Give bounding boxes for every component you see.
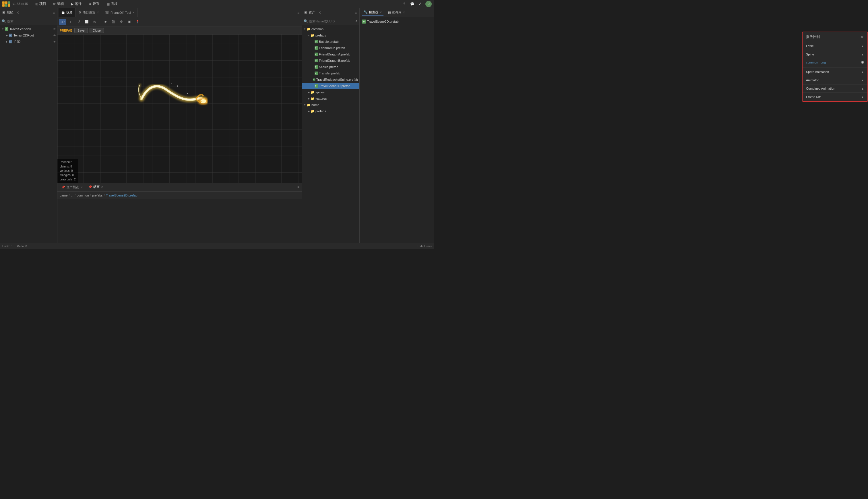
- assets-item-TravelRedpacketSpine[interactable]: P TravelRedpacketSpine.prefab: [302, 76, 359, 83]
- toolbar-2d-btn[interactable]: 2D: [59, 19, 66, 25]
- tab-menu-btn[interactable]: ≡: [296, 11, 301, 15]
- bottom-content: [58, 199, 302, 243]
- tab-assets-preview[interactable]: 📌 资产预览 ✕: [59, 183, 86, 191]
- toolbar-camera-btn[interactable]: 🎬: [110, 19, 117, 25]
- breadcrumb-file[interactable]: TravelScene2D.prefab: [106, 194, 138, 197]
- breadcrumb-ellipsis[interactable]: ...: [71, 194, 74, 197]
- svg-text:P: P: [315, 85, 317, 87]
- prefab-icon-Transfer: P: [315, 72, 318, 75]
- assets-item-FriendAmto[interactable]: P FriendAmto.prefab: [302, 45, 359, 51]
- user-avatar[interactable]: U: [425, 1, 432, 7]
- toolbar-gear-btn[interactable]: ⚙: [118, 19, 125, 25]
- hierarchy-search-bar: 🔍: [0, 17, 57, 25]
- framediff-close-btn[interactable]: ✕: [132, 11, 135, 14]
- eye-icon-Terrain2DRoot[interactable]: 👁: [53, 34, 56, 37]
- hierarchy-close-btn[interactable]: ✕: [16, 11, 19, 15]
- prefab-save-btn[interactable]: Save: [74, 28, 88, 33]
- widgets-close-btn[interactable]: ✕: [403, 11, 405, 14]
- assets-item-FriendDragonB[interactable]: P FriendDragonB.prefab: [302, 58, 359, 64]
- prefab-icon-TravelScene2D: P: [315, 84, 318, 88]
- viewport-tab-bar: 🏔 场景 ⚙ 项目设置 ✕ 🎬 FrameDiff Tool ✕ ≡: [58, 8, 302, 17]
- inspector-tab-inspector[interactable]: 🔧 检查器 ✕: [362, 10, 383, 15]
- assets-menu-btn[interactable]: ≡: [355, 11, 357, 15]
- menu-item-panel[interactable]: ▤ 面板: [105, 1, 119, 7]
- tree-item-IP2D[interactable]: ▶ N IP2D 👁: [0, 38, 57, 45]
- tree-item-TravelScene2D[interactable]: ▼ S TravelScene2D 👁: [0, 26, 57, 32]
- assets-preview-close-btn[interactable]: ✕: [80, 185, 83, 189]
- chat-icon[interactable]: 💬: [409, 1, 415, 7]
- translate-icon[interactable]: A: [417, 1, 423, 7]
- tab-project-settings[interactable]: ⚙ 项目设置 ✕: [75, 8, 102, 17]
- assets-item-TravelScene2D[interactable]: P TravelScene2D.prefab: [302, 83, 359, 89]
- assets-item-FriendDragonA[interactable]: P FriendDragonA.prefab: [302, 51, 359, 58]
- dragon-area: [127, 65, 207, 123]
- hide-users-btn[interactable]: Hide Users: [418, 245, 432, 248]
- tab-scene[interactable]: 🏔 场景: [59, 8, 75, 17]
- assets-item-home[interactable]: ▼ 📁 home: [302, 102, 359, 108]
- assets-item-Transfer[interactable]: P Transfer.prefab: [302, 70, 359, 76]
- animation-close-btn[interactable]: ✕: [101, 185, 103, 188]
- toolbar-pin-btn[interactable]: 📍: [134, 19, 141, 25]
- stats-triangles: triangles: 0: [60, 173, 76, 177]
- right-section: ⊟ 资产 ✕ ≡ 🔍 ↺ ▼ 📁 common ▼: [302, 8, 434, 243]
- tab-animation[interactable]: 📌 动画 ✕: [86, 183, 106, 191]
- eye-icon-TravelScene2D[interactable]: 👁: [53, 27, 56, 31]
- assets-close-btn[interactable]: ✕: [318, 11, 321, 15]
- scene-viewport[interactable]: Renderer objects: 8 vertices: 0 triangle…: [58, 35, 302, 183]
- inspector-tab-widgets[interactable]: ▤ 控件库 ✕: [386, 10, 407, 15]
- toolbar-transform-btn[interactable]: ◎: [91, 19, 98, 25]
- menu-item-run[interactable]: ▶ 运行: [69, 1, 83, 7]
- toolbar-add-btn[interactable]: +: [67, 19, 74, 25]
- svg-point-14: [177, 86, 178, 87]
- hierarchy-search-input[interactable]: [7, 20, 55, 23]
- toolbar-eye-btn[interactable]: 👁: [102, 19, 109, 25]
- menu-item-settings[interactable]: ⚙ 设置: [87, 1, 101, 7]
- tree-label-IP2D: IP2D: [13, 40, 53, 44]
- hierarchy-header: ⊟ 层级 ✕ ≡: [0, 8, 57, 17]
- inspector-close-btn[interactable]: ✕: [379, 11, 382, 14]
- project-settings-close-btn[interactable]: ✕: [97, 11, 99, 14]
- viewport-toolbar: 2D + ↺ ⬜ ◎ 👁 🎬 ⚙ ▣ 📍: [58, 17, 302, 26]
- svg-rect-2: [2, 4, 4, 7]
- widgets-icon: ▤: [388, 11, 391, 14]
- bottom-tab-bar: 📌 资产预览 ✕ 📌 动画 ✕ ≡: [58, 183, 302, 192]
- breadcrumb-game[interactable]: game: [60, 194, 68, 197]
- prefab-icon-TravelRedpacketSpine: P: [313, 78, 315, 81]
- breadcrumb-prefabs[interactable]: prefabs: [92, 194, 103, 197]
- app-logo: v1.2.5-rc.15: [2, 1, 28, 7]
- tree-item-Terrain2DRoot[interactable]: ▶ N Terrain2DRoot 👁: [0, 32, 57, 38]
- assets-refresh-btn[interactable]: ↺: [354, 19, 357, 23]
- scene-node-icon: S: [4, 27, 9, 31]
- undo-status: Undo: 0: [2, 245, 12, 248]
- toolbar-frame-btn[interactable]: ▣: [126, 19, 133, 25]
- eye-icon-IP2D[interactable]: 👁: [53, 40, 56, 44]
- bottom-tab-menu-btn[interactable]: ≡: [296, 185, 301, 189]
- tab-framediff[interactable]: 🎬 FrameDiff Tool ✕: [102, 8, 138, 17]
- inspector-header: 🔧 检查器 ✕ ▤ 控件库 ✕: [360, 8, 434, 17]
- framediff-tab-icon: 🎬: [105, 11, 109, 14]
- folder-icon-home: 📁: [306, 103, 311, 107]
- assets-item-Scales[interactable]: P Scales.prefab: [302, 64, 359, 70]
- svg-text:S: S: [5, 28, 7, 31]
- assets-item-Bubble[interactable]: P Bubble.prefab: [302, 38, 359, 45]
- scene-tab-icon: 🏔: [61, 11, 65, 14]
- assets-item-common[interactable]: ▼ 📁 common: [302, 26, 359, 32]
- menu-item-edit[interactable]: ✏ 编辑: [51, 1, 66, 7]
- menu-item-project[interactable]: ⊞ 项目: [34, 1, 48, 7]
- help-icon[interactable]: ?: [401, 1, 407, 7]
- assets-header: ⊟ 资产 ✕ ≡: [302, 8, 359, 17]
- assets-panel: ⊟ 资产 ✕ ≡ 🔍 ↺ ▼ 📁 common ▼: [302, 8, 360, 243]
- toolbar-rect-btn[interactable]: ⬜: [83, 19, 90, 25]
- assets-item-home-prefabs[interactable]: ▶ 📁 prefabs: [302, 108, 359, 114]
- svg-rect-4: [8, 1, 10, 4]
- toolbar-undo-btn[interactable]: ↺: [75, 19, 82, 25]
- assets-item-textures[interactable]: ▶ 📁 textures: [302, 95, 359, 102]
- prefab-close-btn[interactable]: Close: [90, 28, 104, 33]
- assets-search-input[interactable]: [309, 20, 353, 23]
- assets-item-prefabs[interactable]: ▼ 📁 prefabs: [302, 32, 359, 38]
- assets-tree: ▼ 📁 common ▼ 📁 prefabs P Bubbl: [302, 25, 359, 243]
- hierarchy-panel: ⊟ 层级 ✕ ≡ 🔍 ▼ S TravelScene2D 👁 ▶: [0, 8, 58, 243]
- hierarchy-menu-btn[interactable]: ≡: [53, 11, 55, 15]
- breadcrumb-common[interactable]: common: [77, 194, 89, 197]
- assets-item-spines[interactable]: ▶ 📁 spines: [302, 89, 359, 95]
